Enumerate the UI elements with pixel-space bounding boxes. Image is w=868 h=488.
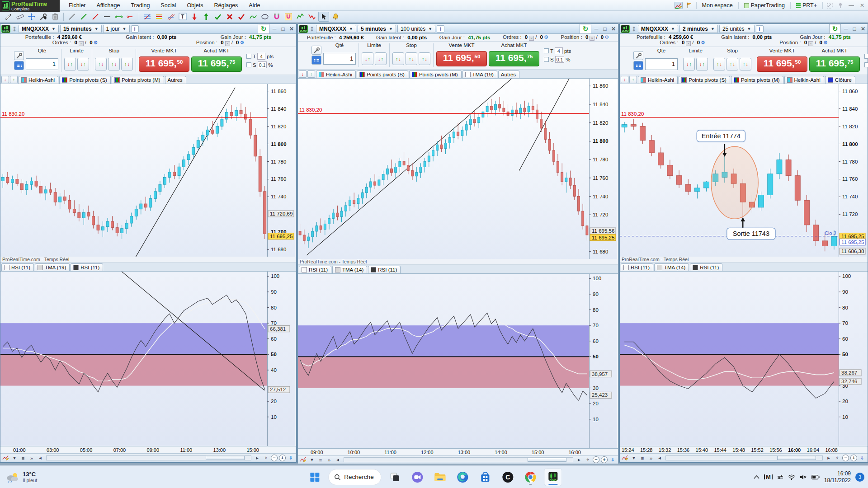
chat-taskbar-icon[interactable]	[409, 468, 427, 486]
time-scrollbar[interactable]	[46, 455, 251, 460]
limite-modify-button[interactable]: ↓↑	[696, 58, 708, 70]
tab-cl-ture[interactable]: Clôture	[825, 76, 855, 84]
sell-mkt-button[interactable]: 11 695,50	[139, 56, 189, 72]
zoom-in-icon[interactable]: +	[850, 455, 857, 461]
tab-tma-14-[interactable]: TMA (14)	[654, 263, 689, 271]
close-app-icon[interactable]: ✕	[858, 2, 866, 9]
stop-sell-buy-button[interactable]: ↑↓	[713, 58, 725, 70]
start-taskbar-icon[interactable]	[306, 468, 324, 486]
notification-badge[interactable]: 3	[855, 473, 864, 482]
scroll-left-icon[interactable]: ◂	[656, 455, 663, 461]
stoploss-checkbox[interactable]	[864, 62, 868, 67]
stop-sell-buy-button[interactable]: ↑↓	[95, 58, 107, 70]
pattern-up-icon[interactable]	[295, 12, 306, 22]
tab-heikin-ashi[interactable]: Heikin-Ashi	[19, 76, 58, 84]
pointer-icon[interactable]	[318, 12, 329, 22]
weather-widget[interactable]: 13°C Il pleut	[0, 471, 99, 483]
magnet-strong-icon[interactable]	[283, 12, 294, 22]
keyboard-trading-icon[interactable]	[14, 61, 24, 70]
limite-sell-buy-button[interactable]: ↓↑	[683, 58, 695, 70]
stop-modify-button[interactable]: ↑↓	[406, 52, 417, 65]
limite-modify-button[interactable]: ↓↑	[375, 52, 387, 65]
info-button[interactable]: i	[131, 25, 139, 33]
close-window-icon[interactable]: ✕	[859, 26, 867, 32]
freehand-curve-icon[interactable]	[248, 12, 259, 22]
qty-input[interactable]: 1	[645, 58, 678, 70]
orders-settings-icon[interactable]: ⚙	[240, 40, 244, 45]
cancel-orders-icon[interactable]: ×	[686, 41, 691, 46]
minimize-app-icon[interactable]: —	[847, 2, 855, 9]
tab-points-pivots-m-[interactable]: Points pivots (M)	[731, 76, 783, 84]
menu-icon[interactable]: ≡	[19, 455, 27, 461]
refresh-icon[interactable]: ↻	[829, 24, 841, 33]
tab-rsi-11-[interactable]: RSI (11)	[299, 266, 331, 273]
chart-draw-mode-icon[interactable]	[675, 2, 683, 9]
draw-mode-icon[interactable]	[2, 455, 9, 462]
pivot-levels-icon[interactable]	[154, 12, 165, 22]
orders-settings-icon[interactable]: ⚙	[94, 40, 98, 45]
target-checkbox[interactable]	[864, 54, 868, 59]
price-chart-svg[interactable]: Clo J11 830,20Entrée 11774Sortie 1174311…	[620, 84, 867, 257]
chrome-taskbar-icon[interactable]	[522, 468, 540, 486]
range-dropdown[interactable]: 100 unités▼	[397, 25, 435, 33]
cancel-orders-icon[interactable]: ×	[79, 41, 84, 46]
menu-icon[interactable]: ≡	[317, 457, 324, 463]
qty-input[interactable]: 1	[26, 58, 58, 70]
zoom-out-icon[interactable]: −	[593, 456, 599, 463]
maximize-window-icon[interactable]: □	[279, 26, 287, 32]
quick-buy-button[interactable]: ↑	[10, 76, 18, 83]
ellipse-tool-icon[interactable]	[259, 12, 270, 22]
search-input[interactable]: Recherche	[328, 469, 381, 485]
minimize-window-icon[interactable]: ─	[271, 26, 278, 32]
order-settings-icon[interactable]	[311, 46, 321, 55]
tab-heikin-ashi[interactable]: Heikin-Ashi	[316, 70, 356, 78]
menu-objets[interactable]: Objets	[181, 0, 208, 10]
tab-tma-14-[interactable]: TMA (14)	[332, 266, 367, 273]
range-dropdown[interactable]: 1 jour▼	[103, 25, 130, 33]
refresh-icon[interactable]: ↻	[258, 24, 269, 33]
prt-plus-button[interactable]: PRT+	[793, 1, 820, 9]
caret-down-icon[interactable]: ▾	[308, 457, 316, 463]
close-window-icon[interactable]: ✕	[288, 26, 295, 32]
stoploss-checkbox[interactable]	[246, 62, 251, 67]
text-tool-icon[interactable]: T	[177, 12, 188, 22]
sell-mkt-button[interactable]: 11 695,50	[757, 56, 807, 72]
edge-taskbar-icon[interactable]	[454, 468, 472, 486]
stop-trailing-button[interactable]: ↑↓	[121, 58, 133, 70]
rsi-chart-svg[interactable]: 100908070605030201038,26732,746	[620, 272, 867, 446]
stop-sell-buy-button[interactable]: ↑↓	[392, 52, 404, 65]
zoom-out-icon[interactable]: −	[842, 455, 849, 461]
tab-points-pivots-s-[interactable]: Points pivots (S)	[59, 76, 111, 84]
clock[interactable]: 16:09 18/11/2022	[824, 470, 851, 484]
tab-rsi-11-[interactable]: RSI (11)	[690, 263, 722, 271]
limite-sell-buy-button[interactable]: ↓↑	[64, 58, 76, 70]
wifi-icon[interactable]	[788, 474, 795, 480]
orders-settings-icon[interactable]: ⚙	[701, 40, 705, 45]
auto-scroll-icon[interactable]: ⇓	[287, 455, 294, 461]
range-dropdown[interactable]: 25 unités▼	[719, 25, 755, 33]
zoom-in-icon[interactable]: +	[601, 456, 608, 463]
limite-modify-button[interactable]: ↓↑	[77, 58, 89, 70]
tab-heikin-ashi[interactable]: Heikin-Ashi	[638, 76, 678, 84]
quick-sell-button[interactable]: ↓	[621, 76, 628, 83]
scroll-left-icon[interactable]: ◂	[334, 457, 341, 463]
menu-social[interactable]: Social	[155, 0, 181, 10]
target-checkbox[interactable]	[246, 54, 251, 59]
battery-icon[interactable]	[811, 475, 820, 479]
quick-buy-button[interactable]: ↑	[307, 70, 315, 78]
rsi-chart-svg[interactable]: 100908070605030201038,95725,423	[298, 274, 617, 448]
scroll-right-icon[interactable]: ▸	[825, 455, 832, 461]
stop-modify-button[interactable]: ↑↓	[726, 58, 738, 70]
quick-sell-button[interactable]: ↓	[299, 70, 307, 78]
scrollbar-thumb[interactable]	[528, 458, 566, 462]
tab-rsi-11-[interactable]: RSI (11)	[71, 263, 103, 271]
mixer-icon[interactable]	[777, 474, 783, 480]
tab-points-pivots-m-[interactable]: Points pivots (M)	[112, 76, 164, 84]
trendline-gray-icon[interactable]	[66, 12, 77, 22]
paper-trading-button[interactable]: PaperTrading	[741, 1, 788, 9]
cancel-orders-icon[interactable]: ×	[590, 36, 594, 41]
expand-icon[interactable]: »	[326, 457, 333, 463]
trash-icon[interactable]	[50, 12, 61, 22]
minimize-window-icon[interactable]: ─	[842, 26, 849, 32]
order-settings-icon[interactable]	[633, 51, 643, 60]
